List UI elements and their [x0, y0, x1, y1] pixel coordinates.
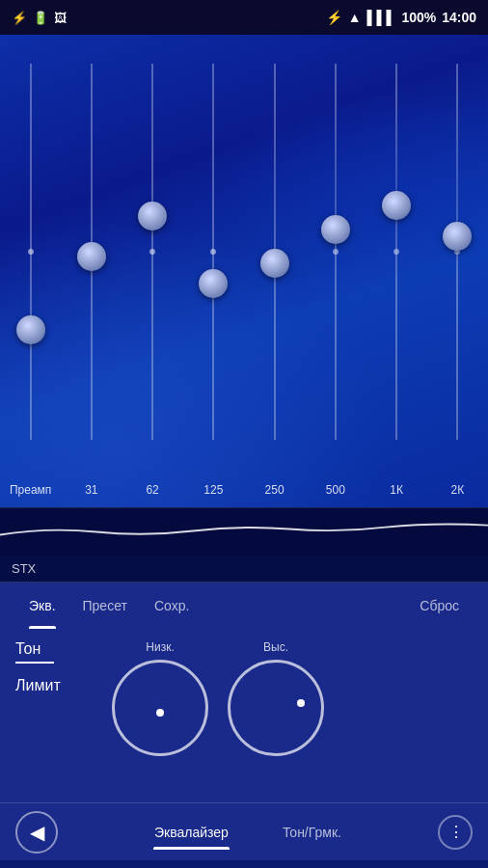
nav-tab-equalizer[interactable]: Эквалайзер	[127, 817, 256, 848]
slider-handle-2k[interactable]	[443, 222, 472, 251]
battery-percent: 100%	[401, 10, 436, 25]
back-button[interactable]: ◀	[15, 811, 58, 854]
eq-label-500: 500	[305, 483, 366, 497]
nav-tabs: ЭквалайзерТон/Грмк.	[58, 817, 438, 848]
nav-tab-tone[interactable]: Тон/Грмк.	[256, 817, 368, 848]
curve-area	[0, 507, 488, 556]
knob-low[interactable]	[112, 660, 208, 756]
knobs-row: Низк.Выс.	[112, 640, 324, 756]
slider-col-62	[122, 54, 183, 449]
eq-label-125: 125	[183, 483, 244, 497]
eq-labels: Преамп31621252505001К2К	[0, 473, 488, 507]
status-right-icons: ⚡ ▲ ▌▌▌ 100% 14:00	[326, 10, 476, 25]
tab-reset[interactable]: Сброс	[406, 583, 473, 629]
eq-label-250: 250	[244, 483, 305, 497]
slider-handle-62[interactable]	[138, 202, 167, 231]
tabs-row: Экв.ПресетСохр.Сброс	[0, 583, 488, 629]
slider-col-1k	[366, 54, 427, 449]
slider-col-500	[305, 54, 366, 449]
slider-col-250	[244, 54, 305, 449]
eq-label-62: 62	[122, 483, 183, 497]
slider-handle-preamp[interactable]	[16, 315, 45, 344]
slider-handle-500[interactable]	[321, 215, 350, 244]
stx-text: STX	[12, 561, 36, 576]
wifi-icon: ▲	[348, 10, 362, 25]
eq-curve-svg	[0, 508, 488, 556]
slider-col-125	[183, 54, 244, 449]
signal-icon: ▌▌▌	[367, 10, 396, 25]
slider-center-dot-125	[210, 249, 216, 255]
eq-area: Преамп31621252505001К2К	[0, 35, 488, 507]
knob-label-high: Выс.	[263, 640, 288, 654]
knob-group-low: Низк.	[112, 640, 208, 756]
image-icon: 🖼	[54, 11, 67, 25]
tab-save[interactable]: Сохр.	[141, 583, 203, 629]
left-controls: ТонЛимит	[15, 640, 102, 698]
bluetooth-icon: ⚡	[326, 10, 342, 25]
slider-center-dot-62	[149, 249, 155, 255]
bottom-nav: ◀ ЭквалайзерТон/Грмк. ⋮	[0, 802, 488, 860]
tab-preset[interactable]: Пресет	[69, 583, 141, 629]
slider-handle-1k[interactable]	[382, 191, 411, 220]
battery-indicator: 🔋	[33, 11, 48, 25]
slider-col-preamp	[0, 54, 61, 449]
slider-col-31	[61, 54, 122, 449]
knob-group-high: Выс.	[228, 640, 324, 756]
bottom-controls: ТонЛимит Низк.Выс.	[0, 629, 488, 802]
eq-label-preamp: Преамп	[0, 483, 61, 497]
knob-dot-low	[156, 709, 164, 717]
status-left-icons: ⚡ 🔋 🖼	[12, 11, 67, 25]
clock: 14:00	[442, 10, 476, 25]
knob-high[interactable]	[228, 660, 324, 756]
slider-center-dot-preamp	[28, 249, 34, 255]
knob-label-low: Низк.	[146, 640, 174, 654]
usb-icon: ⚡	[12, 11, 27, 25]
stx-label: STX	[0, 556, 488, 583]
eq-label-2k: 2К	[427, 483, 488, 497]
control-label-ton: Тон	[15, 640, 102, 662]
eq-label-1k: 1К	[366, 483, 427, 497]
slider-handle-31[interactable]	[77, 242, 106, 271]
more-options-button[interactable]: ⋮	[438, 815, 473, 850]
slider-center-dot-1k	[393, 249, 399, 255]
knobs-area: Низк.Выс.	[102, 640, 473, 756]
knob-dot-high	[297, 699, 305, 707]
slider-center-dot-500	[333, 249, 339, 255]
status-bar: ⚡ 🔋 🖼 ⚡ ▲ ▌▌▌ 100% 14:00	[0, 0, 488, 35]
slider-handle-250[interactable]	[260, 249, 289, 278]
slider-col-2k	[427, 54, 488, 449]
eq-label-31: 31	[61, 483, 122, 497]
slider-handle-125[interactable]	[199, 269, 228, 298]
tab-ekv[interactable]: Экв.	[15, 583, 69, 629]
control-label-limit: Лимит	[15, 677, 102, 698]
sliders-container	[0, 54, 488, 449]
